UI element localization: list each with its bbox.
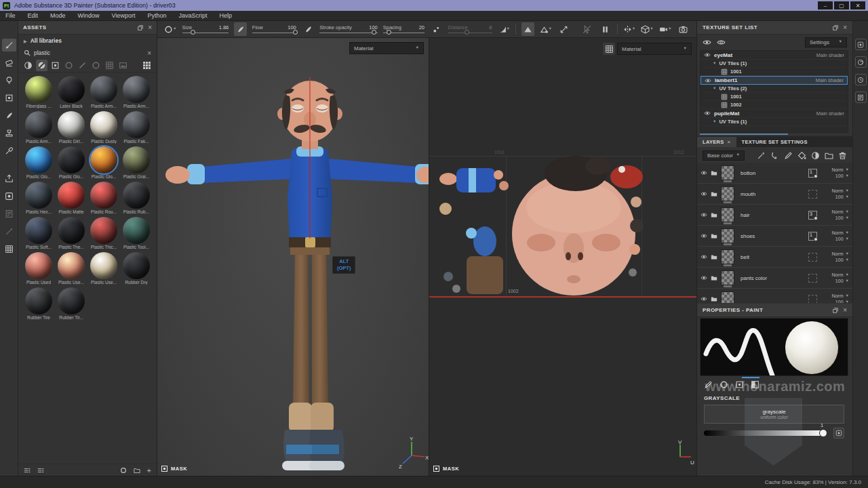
tab-texture-set-settings[interactable]: TEXTURE SET SETTINGS — [736, 137, 813, 147]
texture-set-scrollbar[interactable] — [700, 134, 788, 135]
visibility-eye-icon[interactable] — [704, 52, 711, 58]
asset-item[interactable]: Plastic Dirt... — [55, 111, 87, 146]
alpha-properties-icon[interactable] — [719, 380, 728, 389]
eraser-tool-icon[interactable] — [2, 56, 16, 69]
layer-row[interactable]: mouthNorm ▼100 ▼ — [697, 184, 852, 205]
layer-mask-badge[interactable]: 3 — [808, 211, 817, 220]
filter-smart-materials-icon[interactable] — [36, 60, 47, 71]
filter-materials-icon[interactable] — [22, 60, 34, 71]
opacity-dropdown[interactable]: 100 ▼ — [835, 174, 849, 178]
opacity-dropdown[interactable]: 100 ▼ — [835, 279, 849, 283]
asset-item[interactable]: Plastic Arm... — [87, 76, 120, 111]
asset-item[interactable]: Plastic Arm... — [22, 111, 55, 146]
layer-row[interactable]: botton1Norm ▼100 ▼ — [697, 163, 852, 184]
warp-projection-icon[interactable] — [557, 22, 570, 36]
stencil-properties-icon[interactable] — [735, 380, 744, 389]
add-effect-icon[interactable] — [757, 151, 766, 160]
material-picker-tool-icon[interactable] — [2, 144, 16, 157]
visibility-eye-icon[interactable] — [704, 110, 711, 117]
shader-settings-icon[interactable] — [855, 56, 867, 68]
quick-export-icon[interactable] — [2, 172, 16, 185]
blend-mode-dropdown[interactable]: Norm ▼ — [831, 230, 849, 235]
menu-python[interactable]: Python — [147, 12, 166, 19]
channel-filter-dropdown[interactable]: Base color▼ — [703, 150, 745, 161]
layer-visibility-icon[interactable] — [701, 169, 707, 176]
add-group-icon[interactable] — [825, 151, 833, 160]
undock-icon[interactable] — [832, 307, 839, 314]
asset-item[interactable]: Plastic Soft... — [22, 217, 55, 252]
filter-brushes-icon[interactable] — [77, 60, 88, 71]
layer-row[interactable]: hair3Norm ▼100 ▼ — [697, 205, 852, 226]
opacity-dropdown[interactable]: 100 ▼ — [835, 195, 849, 199]
list-view-icon[interactable] — [24, 467, 31, 474]
filter-filters-icon[interactable] — [63, 60, 75, 71]
undock-icon[interactable] — [137, 24, 144, 31]
texture-set-row[interactable]: eyeMatMain shader — [701, 51, 848, 60]
texture-set-row[interactable]: pupileMatMain shader — [701, 109, 848, 118]
asset-item[interactable]: Plastic Rou... — [87, 182, 120, 217]
grid-view-icon[interactable] — [141, 60, 153, 71]
paint-tool-icon[interactable] — [2, 39, 16, 52]
clear-search-icon[interactable]: × — [147, 49, 151, 57]
show-all-icon[interactable] — [703, 38, 711, 47]
asset-item[interactable]: Plastic Dusty — [87, 111, 120, 146]
asset-item[interactable]: Plastic Thic... — [87, 217, 120, 252]
menu-file[interactable]: File — [5, 12, 16, 19]
size-slider[interactable]: Size1.86 — [182, 22, 229, 37]
uv-tiles-header[interactable]: ▼UV Tiles (2) — [701, 85, 848, 93]
layer-thumbnail[interactable] — [721, 270, 734, 285]
add-mask-icon[interactable] — [811, 151, 820, 160]
lazy-mouse-icon[interactable] — [581, 22, 594, 36]
flow-pressure-icon[interactable] — [302, 22, 315, 36]
add-paint-layer-icon[interactable] — [784, 151, 793, 160]
layer-mask-badge[interactable]: 1 — [808, 169, 817, 178]
layer-thumbnail[interactable] — [721, 165, 734, 180]
asset-item[interactable]: Fiberglass ... — [22, 76, 55, 111]
layer-thumbnail[interactable] — [721, 228, 734, 243]
asset-item[interactable]: Plastic Arm... — [120, 76, 153, 111]
uv-tile-row[interactable]: 1002 — [701, 101, 848, 109]
opacity-dropdown[interactable]: 100 ▼ — [835, 258, 849, 262]
asset-item[interactable]: Plastic Hex... — [22, 182, 55, 217]
asset-item[interactable]: Plastic Grai... — [120, 146, 153, 182]
close-button[interactable]: ✕ — [850, 1, 865, 9]
blend-mode-dropdown[interactable]: Norm ▼ — [831, 167, 849, 172]
log-icon[interactable] — [855, 92, 867, 103]
close-panel-icon[interactable]: × — [148, 24, 152, 31]
filter-alphas-icon[interactable] — [90, 60, 102, 71]
filter-textures-icon[interactable] — [104, 60, 115, 71]
menu-javascript[interactable]: JavaScript — [178, 12, 207, 19]
import-resources-icon[interactable] — [134, 467, 140, 474]
menu-viewport[interactable]: Viewport — [112, 12, 136, 19]
filter-smart-masks-icon[interactable] — [50, 60, 61, 71]
asset-item[interactable]: Latex Black — [55, 76, 87, 111]
uv-tile-row[interactable]: 1001 — [701, 93, 848, 101]
delete-layer-icon[interactable] — [838, 151, 847, 160]
asset-item[interactable]: Plastic Tool... — [120, 217, 153, 252]
render-mode-icon[interactable] — [2, 190, 16, 203]
layer-mask-badge[interactable] — [808, 274, 817, 283]
screenshot-icon[interactable] — [677, 22, 690, 36]
view-mode-icon[interactable]: ▼ — [641, 22, 654, 36]
asset-item[interactable]: Plastic The... — [55, 217, 87, 252]
filter-environments-icon[interactable] — [117, 60, 129, 71]
add-fill-layer-icon[interactable] — [797, 151, 806, 160]
undock-icon[interactable] — [832, 24, 839, 31]
settings-dropdown[interactable]: Settings▼ — [805, 37, 847, 47]
blend-mode-dropdown[interactable]: Norm ▼ — [831, 272, 849, 277]
pause-engine-icon[interactable] — [599, 22, 612, 36]
brush-preview-icon[interactable]: ▼ — [164, 22, 177, 36]
asset-item[interactable]: Plastic Use... — [55, 252, 87, 287]
brush-alignment-icon[interactable] — [234, 22, 247, 36]
layer-visibility-icon[interactable] — [701, 211, 707, 218]
asset-item[interactable]: Rubber Dry — [120, 252, 153, 287]
layer-thumbnail[interactable] — [721, 186, 734, 201]
blend-mode-dropdown[interactable]: Norm ▼ — [831, 209, 849, 214]
visibility-eye-icon[interactable] — [705, 77, 711, 84]
minimize-button[interactable]: – — [818, 1, 833, 9]
layer-mask-badge[interactable] — [808, 190, 817, 199]
smudge-tool-icon[interactable] — [2, 109, 16, 122]
grayscale-options-icon[interactable] — [833, 428, 844, 439]
close-tab-icon[interactable]: × — [728, 139, 731, 145]
layer-thumbnail[interactable] — [721, 249, 734, 264]
